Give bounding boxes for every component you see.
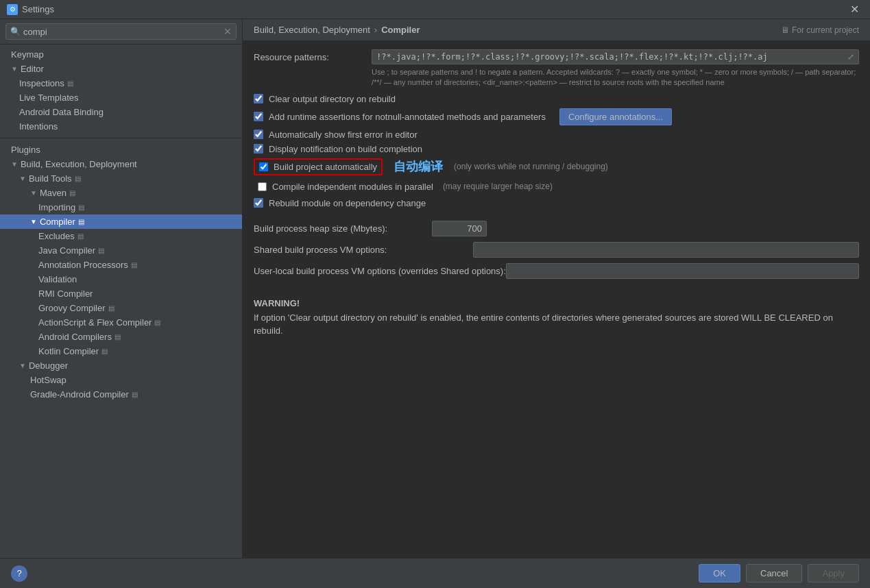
window-title: Settings xyxy=(22,4,846,14)
compiler-settings-panel: Resource patterns: !?*.java;!?*.form;!?*… xyxy=(243,41,870,558)
right-panel: Build, Execution, Deployment › Compiler … xyxy=(243,19,870,558)
sidebar-item-keymap[interactable]: Keymap xyxy=(0,47,242,62)
resource-input-text: !?*.java;!?*.form;!?*.class;!?*.groovy;!… xyxy=(376,52,847,62)
app-icon: ⚙ xyxy=(7,4,18,15)
close-button[interactable]: ✕ xyxy=(846,1,863,17)
sidebar-item-build-execution-deployment[interactable]: ▼ Build, Execution, Deployment xyxy=(0,157,242,171)
resource-input-wrapper[interactable]: !?*.java;!?*.form;!?*.class;!?*.groovy;!… xyxy=(372,49,859,64)
sidebar-item-debugger[interactable]: ▼ Debugger xyxy=(0,358,242,373)
add-assertions-label: Add runtime assertions for notnull-annot… xyxy=(269,112,546,122)
sidebar-item-build-tools[interactable]: ▼ Build Tools ▤ xyxy=(0,171,242,186)
rebuild-on-change-checkbox[interactable] xyxy=(254,198,263,208)
build-automatically-checkbox[interactable] xyxy=(259,162,268,171)
compile-independent-checkbox[interactable] xyxy=(258,182,267,191)
sidebar-item-gradle-android-compiler[interactable]: Gradle-Android Compiler ▤ xyxy=(0,387,242,402)
config-icon: ▤ xyxy=(78,218,84,225)
sidebar-item-live-templates[interactable]: Live Templates xyxy=(0,90,242,105)
compile-independent-row: Compile independent modules in parallel … xyxy=(254,180,859,194)
ok-button[interactable]: OK xyxy=(699,564,740,583)
cancel-button[interactable]: Cancel xyxy=(746,564,802,583)
warning-text: If option 'Clear output directory on reb… xyxy=(254,311,859,338)
sidebar-item-android-data-binding[interactable]: Android Data Binding xyxy=(0,105,242,119)
display-notification-checkbox[interactable] xyxy=(254,144,263,154)
expand-icon[interactable]: ⤢ xyxy=(847,52,854,62)
warning-title: WARNING! xyxy=(254,298,859,308)
clear-output-row: Clear output directory on rebuild xyxy=(254,94,859,104)
config-icon: ▤ xyxy=(69,189,75,197)
help-button[interactable]: ? xyxy=(11,565,27,582)
arrow-icon: ▼ xyxy=(19,175,26,182)
arrow-icon: ▼ xyxy=(19,362,26,369)
clear-output-label: Clear output directory on rebuild xyxy=(269,94,396,104)
arrow-icon: ▼ xyxy=(30,218,37,225)
sidebar-item-editor[interactable]: ▼ Editor xyxy=(0,62,242,76)
resource-patterns-help: Use ; to separate patterns and ! to nega… xyxy=(372,67,859,88)
sidebar-item-rmi-compiler[interactable]: RMI Compiler xyxy=(0,286,242,301)
rebuild-on-change-label: Rebuild module on dependency change xyxy=(269,198,426,208)
sidebar-item-validation[interactable]: Validation xyxy=(0,272,242,286)
build-automatically-row: Build project automatically 自动编译 (only w… xyxy=(254,158,859,175)
sidebar-item-hotswap[interactable]: HotSwap xyxy=(0,373,242,387)
config-icon: ▤ xyxy=(101,347,108,355)
configure-annotations-button[interactable]: Configure annotations... xyxy=(559,108,672,125)
config-icon: ▤ xyxy=(132,391,138,398)
config-icon: ▤ xyxy=(131,261,137,269)
heap-size-input[interactable] xyxy=(432,221,487,236)
sidebar-item-plugins[interactable]: Plugins xyxy=(0,143,242,157)
heap-size-row: Build process heap size (Mbytes): xyxy=(254,221,859,236)
search-input[interactable] xyxy=(23,27,223,37)
for-project-label: For current project xyxy=(792,25,859,35)
heap-size-label: Build process heap size (Mbytes): xyxy=(254,223,432,234)
for-current-project: 🖥 For current project xyxy=(781,25,859,35)
sidebar-item-excludes[interactable]: Excludes ▤ xyxy=(0,229,242,243)
clear-output-checkbox[interactable] xyxy=(254,94,263,103)
show-first-error-row: Automatically show first error in editor xyxy=(254,130,859,140)
bottom-bar: ? OK Cancel Apply xyxy=(0,558,870,588)
add-assertions-row: Add runtime assertions for notnull-annot… xyxy=(254,108,859,125)
config-icon: ▤ xyxy=(154,319,160,326)
breadcrumb-current: Compiler xyxy=(381,25,420,35)
settings-tree: Keymap ▼ Editor Inspections ▤ Live Templ… xyxy=(0,45,242,558)
resource-patterns-label: Resource patterns: xyxy=(254,49,363,62)
clear-search-icon[interactable]: ✕ xyxy=(223,26,232,37)
build-automatically-highlighted: Build project automatically xyxy=(254,158,383,175)
sidebar-item-actionscript-flex-compiler[interactable]: ActionScript & Flex Compiler ▤ xyxy=(0,315,242,330)
arrow-icon: ▼ xyxy=(30,189,37,197)
arrow-icon: ▼ xyxy=(11,65,18,73)
compile-independent-label: Compile independent modules in parallel xyxy=(272,182,433,192)
build-automatically-note: (only works while not running / debuggin… xyxy=(454,162,608,171)
warning-box: WARNING! If option 'Clear output directo… xyxy=(254,290,859,346)
sidebar-item-android-compilers[interactable]: Android Compilers ▤ xyxy=(0,330,242,344)
user-vm-label: User-local build process VM options (ove… xyxy=(254,266,506,276)
sidebar: 🔍 ✕ Keymap ▼ Editor Inspections ▤ Li xyxy=(0,19,243,558)
shared-vm-label: Shared build process VM options: xyxy=(254,245,473,255)
breadcrumb-parent: Build, Execution, Deployment xyxy=(254,25,370,35)
compile-independent-wrapper: Compile independent modules in parallel xyxy=(254,180,437,194)
search-wrapper[interactable]: 🔍 ✕ xyxy=(5,23,237,40)
config-icon: ▤ xyxy=(75,175,81,182)
titlebar: ⚙ Settings ✕ xyxy=(0,0,870,19)
show-first-error-checkbox[interactable] xyxy=(254,130,263,139)
sidebar-item-annotation-processors[interactable]: Annotation Processors ▤ xyxy=(0,258,242,272)
add-assertions-checkbox[interactable] xyxy=(254,112,263,121)
user-vm-row: User-local build process VM options (ove… xyxy=(254,263,859,279)
display-notification-row: Display notification on build completion xyxy=(254,144,859,154)
arrow-icon: ▼ xyxy=(11,160,18,168)
sidebar-item-kotlin-compiler[interactable]: Kotlin Compiler ▤ xyxy=(0,344,242,358)
sidebar-item-groovy-compiler[interactable]: Groovy Compiler ▤ xyxy=(0,301,242,315)
sidebar-item-maven[interactable]: ▼ Maven ▤ xyxy=(0,186,242,200)
sidebar-item-intentions[interactable]: Intentions xyxy=(0,119,242,134)
user-vm-input[interactable] xyxy=(506,263,859,279)
sidebar-item-inspections[interactable]: Inspections ▤ xyxy=(0,76,242,90)
config-icon: ▤ xyxy=(108,304,114,312)
apply-button[interactable]: Apply xyxy=(808,564,859,583)
breadcrumb: Build, Execution, Deployment › Compiler … xyxy=(243,19,870,41)
search-box: 🔍 ✕ xyxy=(0,19,242,45)
sidebar-item-importing[interactable]: Importing ▤ xyxy=(0,200,242,215)
config-icon: ▤ xyxy=(77,232,84,240)
sidebar-item-compiler[interactable]: ▼ Compiler ▤ xyxy=(0,215,242,229)
sidebar-item-java-compiler[interactable]: Java Compiler ▤ xyxy=(0,243,242,258)
shared-vm-input[interactable] xyxy=(473,242,859,258)
main-layout: 🔍 ✕ Keymap ▼ Editor Inspections ▤ Li xyxy=(0,19,870,558)
shared-vm-row: Shared build process VM options: xyxy=(254,242,859,258)
